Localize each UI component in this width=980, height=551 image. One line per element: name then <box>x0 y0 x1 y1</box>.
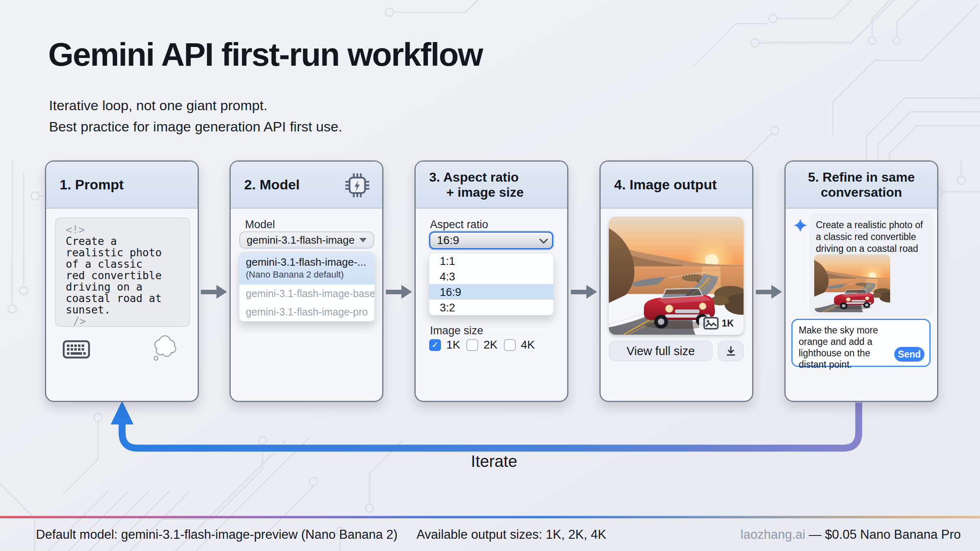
checkbox-4k[interactable] <box>504 339 516 351</box>
refine-title-line2: conversation <box>799 185 924 200</box>
flow-arrow-4 <box>756 285 782 299</box>
code-line: red convertible <box>66 270 179 281</box>
image-size-label: Image size <box>430 324 483 337</box>
code-line: coastal road at <box>66 293 179 304</box>
aspect-field-label: Aspect ratio <box>430 218 488 231</box>
flow-arrow-2 <box>386 285 412 299</box>
aspect-ratio-select[interactable]: 16:9 <box>429 231 553 249</box>
subtitle-line-2: Best practice for image generation API f… <box>49 116 342 137</box>
chat-message-thumbnail[interactable] <box>814 254 890 312</box>
aspect-select-value: 16:9 <box>437 234 459 247</box>
thought-bubble-icon <box>151 333 178 364</box>
keyboard-icon <box>62 340 90 360</box>
card-image-output: 4. Image output 1K View full size <box>599 160 753 402</box>
checkbox-2k[interactable] <box>466 339 478 351</box>
footer-default-model: Default model: gemini-3.1-flash-image-pr… <box>36 527 398 542</box>
refine-title-line1: 5. Refine in same <box>808 170 915 184</box>
prompt-code-editor[interactable]: <!> Create a realistic photo of a classi… <box>55 218 190 327</box>
model-option-label: gemini-3.1-flash-image-... <box>246 256 366 268</box>
send-button[interactable]: Send <box>894 347 924 362</box>
card-aspect-header: 3. Aspect ratio + image size <box>416 162 567 209</box>
aspect-option-1-1[interactable]: 1:1 <box>429 253 553 269</box>
card-prompt-header: 1. Prompt <box>46 162 198 209</box>
checkbox-1k-checked[interactable]: ✓ <box>429 339 441 351</box>
model-option-base[interactable]: gemini-3.1-flash-image-base <box>239 284 374 303</box>
resolution-badge: 1K <box>699 317 738 330</box>
card-prompt-title: 1. Prompt <box>60 177 124 192</box>
model-option-pro[interactable]: gemini-3.1-flash-image-pro <box>239 303 374 321</box>
aspect-option-3-2[interactable]: 3:2 <box>429 300 553 315</box>
code-line: realistic photo <box>66 247 179 258</box>
aspect-dropdown: 1:1 4:3 16:9 3:2 <box>429 253 554 315</box>
model-select-value: gemini-3.1-flash-image <box>247 234 354 247</box>
model-select[interactable]: gemini-3.1-flash-image <box>239 231 374 249</box>
aspect-option-4-3[interactable]: 4:3 <box>429 269 553 284</box>
card-output-title: 4. Image output <box>614 177 717 192</box>
flow-arrow-3 <box>571 285 597 299</box>
model-option-default[interactable]: gemini-3.1-flash-image-... (Nano Banana … <box>239 252 374 284</box>
view-full-size-button[interactable]: View full size <box>609 341 713 361</box>
card-model-title: 2. Model <box>244 177 300 192</box>
resolution-badge-text: 1K <box>722 318 734 329</box>
card-model-header: 2. Model <box>231 162 382 209</box>
check-icon: ✓ <box>432 341 439 349</box>
aspect-title-line2: + image size <box>446 185 523 200</box>
image-icon <box>703 317 719 330</box>
image-size-options: ✓ 1K 2K 4K <box>429 338 535 351</box>
card-prompt: 1. Prompt <!> Create a realistic photo o… <box>45 160 199 402</box>
download-icon <box>725 345 737 357</box>
model-option-sublabel: (Nano Banana 2 default) <box>246 269 368 280</box>
size-4k-label: 4K <box>521 338 535 351</box>
aspect-option-16-9[interactable]: 16:9 <box>429 284 553 300</box>
card-aspect-size: 3. Aspect ratio + image size Aspect rati… <box>414 160 568 402</box>
card-refine-title: 5. Refine in same conversation <box>799 170 924 200</box>
code-line: Create a <box>66 236 179 247</box>
size-option-2k[interactable]: 2K <box>466 338 497 351</box>
footer-brand-pricing: laozhang.ai — $0.05 Nano Banana Pro <box>741 527 961 542</box>
chat-message-bubble: Create a realistic photo of a classic re… <box>809 213 933 316</box>
footer-output-sizes: Available output sizes: 1K, 2K, 4K <box>416 527 606 542</box>
gemini-sparkle-icon <box>793 218 808 235</box>
chevron-down-icon <box>539 235 548 244</box>
refine-input-box[interactable]: Make the sky more orange and add a light… <box>791 319 931 367</box>
generated-image[interactable]: 1K <box>609 217 744 335</box>
code-line: sunset. <box>66 304 179 315</box>
size-option-1k[interactable]: ✓ 1K <box>429 338 460 351</box>
page-subtitle: Iterative loop, not one giant prompt. Be… <box>49 95 342 137</box>
refine-input-text: Make the sky more orange and add a light… <box>799 324 893 370</box>
size-1k-label: 1K <box>446 338 460 351</box>
brand-link[interactable]: laozhang.ai <box>741 527 806 542</box>
page-title: Gemini API first-run workflow <box>48 36 483 73</box>
model-field-label: Model <box>245 218 275 231</box>
subtitle-line-1: Iterative loop, not one giant prompt. <box>49 95 342 116</box>
aspect-title-line1: 3. Aspect ratio <box>429 170 519 184</box>
card-refine-header: 5. Refine in same conversation <box>786 162 937 209</box>
code-line: of a classic <box>66 258 179 270</box>
card-aspect-title: 3. Aspect ratio + image size <box>429 170 523 200</box>
model-dropdown: gemini-3.1-flash-image-... (Nano Banana … <box>239 252 375 322</box>
caret-down-icon <box>359 238 367 242</box>
flow-arrow-1 <box>201 285 227 299</box>
size-2k-label: 2K <box>483 338 497 351</box>
iterate-label: Iterate <box>429 452 559 471</box>
size-option-4k[interactable]: 4K <box>504 338 535 351</box>
code-open-tag: <!> <box>66 224 179 236</box>
card-refine: 5. Refine in same conversation Create a … <box>784 160 938 402</box>
footer-pricing-text: — $0.05 Nano Banana Pro <box>805 527 961 542</box>
download-button[interactable] <box>718 341 744 361</box>
card-output-header: 4. Image output <box>601 162 752 209</box>
code-close-tag: /> <box>73 315 179 327</box>
footer-gradient-rule <box>0 516 980 518</box>
workflow-infographic: Gemini API first-run workflow Iterative … <box>0 0 980 551</box>
card-model: 2. Model Model gemini-3.1-flash-image ge… <box>229 160 383 402</box>
code-line: driving on a <box>66 281 179 293</box>
cpu-chip-icon <box>345 173 370 200</box>
